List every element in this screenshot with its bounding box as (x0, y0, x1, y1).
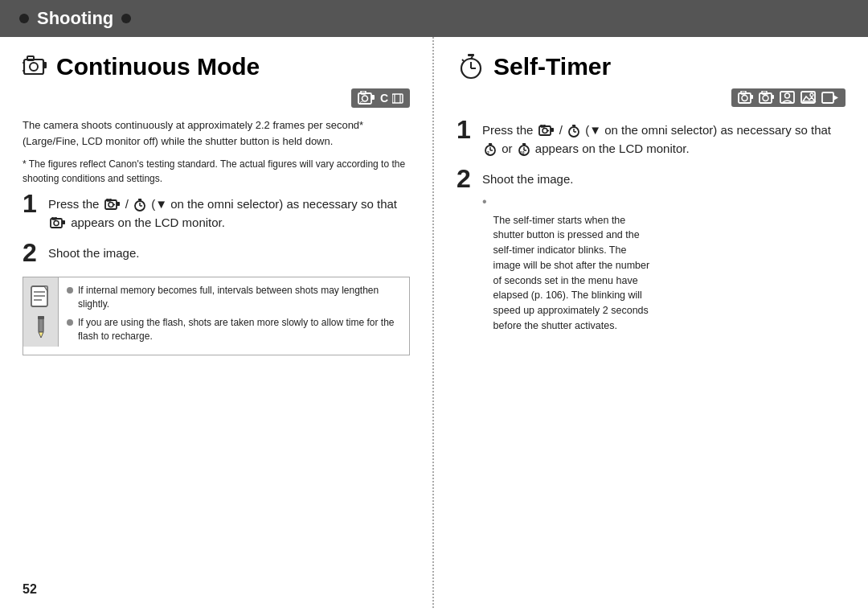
left-mode-label: C (380, 92, 389, 105)
svg-point-47 (763, 96, 768, 101)
svg-rect-39 (468, 54, 474, 56)
continuous-mode-text: Continuous Mode (56, 53, 260, 80)
right-timer10-icon: 10 (518, 143, 530, 156)
right-step2-number: 2 (457, 166, 476, 191)
svg-marker-33 (39, 332, 43, 338)
right-column: Self-Timer (434, 37, 868, 608)
info-box-icon-area (23, 277, 59, 347)
info-box: If internal memory becomes full, interva… (23, 277, 410, 355)
header-dot-right (121, 14, 131, 23)
header-dot-left (19, 14, 29, 23)
mode-badge-row-left: C C (23, 88, 410, 108)
page-number: 52 (23, 582, 37, 597)
svg-line-40 (462, 60, 464, 61)
svg-text:C: C (360, 101, 363, 105)
svg-rect-1 (27, 56, 34, 60)
badge-portrait-icon (780, 91, 796, 105)
svg-rect-59 (551, 128, 554, 132)
badge-landscape-icon (800, 91, 817, 105)
self-timer-title: Self-Timer (457, 53, 845, 80)
left-step2-number: 2 (23, 240, 42, 265)
left-mode-badge: C C (351, 88, 410, 108)
info-box-content: If internal memory becomes full, interva… (59, 277, 409, 355)
footnote-text: * The figures reflect Canon's testing st… (23, 157, 410, 186)
svg-rect-44 (751, 95, 753, 99)
self-timer-icon (457, 54, 484, 80)
main-content: Continuous Mode C C (0, 37, 868, 608)
right-step1-number: 1 (457, 117, 476, 142)
svg-rect-24 (51, 219, 62, 228)
svg-rect-23 (138, 199, 141, 200)
cm-badge-icon: C (358, 91, 375, 105)
self-timer-small-icon (133, 199, 146, 211)
left-step2-text: Shoot the image. (48, 240, 139, 263)
right-step2-label: Shoot the image. (482, 172, 573, 186)
continuous-mode-icon (23, 55, 48, 79)
right-step1-text: Press the / (▼ on the omni selector) a (482, 117, 845, 158)
svg-point-43 (742, 96, 747, 101)
svg-rect-7 (361, 91, 366, 94)
svg-rect-17 (117, 202, 120, 206)
info-text-2: If you are using the flash, shots are ta… (78, 316, 401, 344)
left-step1-text: Press the / (▼ on the omni selector) a (48, 191, 410, 232)
badge-cm-icon (759, 91, 775, 105)
right-step2: 2 Shoot the image. • The self-timer star… (457, 166, 845, 350)
continuous-mode-title: Continuous Mode (23, 53, 410, 80)
info-dot-1 (67, 287, 73, 294)
info-text-1: If internal memory becomes full, interva… (78, 284, 401, 312)
or-text: or (502, 142, 512, 155)
right-step2-detail: The self-timer starts when the shutter b… (492, 197, 674, 350)
intro-text: The camera shoots continuously at approx… (23, 117, 410, 149)
svg-rect-48 (772, 95, 774, 99)
mode-badge-row-right (457, 88, 845, 107)
info-item-2: If you are using the flash, shots are ta… (67, 316, 401, 344)
badge-video-icon (821, 91, 839, 105)
note-icon (31, 285, 51, 310)
left-step1-number: 1 (23, 191, 42, 216)
svg-rect-11 (392, 94, 403, 103)
pencil-icon (34, 316, 48, 339)
header-title: Shooting (37, 8, 113, 29)
svg-point-53 (810, 93, 813, 97)
svg-point-51 (785, 93, 790, 98)
svg-rect-0 (24, 60, 43, 74)
right-timer2-icon: 2 (484, 143, 497, 156)
self-timer-text: Self-Timer (493, 53, 611, 80)
svg-rect-46 (762, 91, 767, 94)
header-bar: Shooting (0, 0, 868, 37)
svg-point-26 (54, 220, 59, 225)
svg-rect-9 (371, 95, 375, 100)
cont-button-icon (104, 199, 121, 211)
svg-marker-55 (833, 95, 838, 101)
svg-rect-70 (489, 143, 492, 145)
svg-rect-3 (43, 62, 47, 68)
badge-camera-icon (738, 91, 754, 105)
left-step2: 2 Shoot the image. (23, 240, 410, 265)
info-item-1: If internal memory becomes full, interva… (67, 284, 401, 312)
cm-film-icon (392, 93, 403, 104)
left-step1: 1 Press the / (▼ on the (23, 191, 410, 232)
left-column: Continuous Mode C C (0, 37, 434, 608)
right-step2-text: Shoot the image. • The self-timer starts… (482, 166, 845, 350)
svg-rect-42 (741, 91, 746, 94)
info-dot-2 (67, 319, 73, 326)
right-self-timer-small-icon (567, 125, 580, 138)
svg-rect-65 (572, 125, 575, 126)
svg-rect-76 (522, 143, 526, 145)
svg-text:2: 2 (487, 150, 489, 155)
right-step1: 1 Press the / (▼ on the (457, 117, 845, 158)
svg-rect-27 (62, 220, 65, 224)
svg-point-2 (30, 63, 38, 71)
svg-rect-54 (822, 92, 833, 103)
svg-rect-34 (38, 316, 44, 319)
svg-text:10: 10 (520, 150, 525, 155)
step2-bullet: • (482, 194, 487, 211)
right-cont-button-icon (538, 125, 555, 138)
right-mode-badges (731, 88, 845, 107)
continuous-indicator-icon (50, 217, 66, 230)
